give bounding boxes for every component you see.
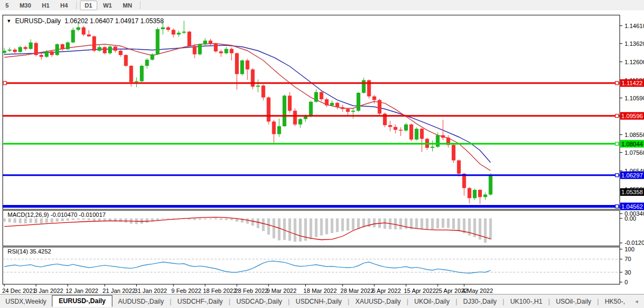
macd-histogram-bar (214, 218, 217, 220)
macd-histogram-bar (415, 218, 418, 229)
svg-text:9 Feb 2022: 9 Feb 2022 (171, 288, 202, 294)
svg-text:1.11422: 1.11422 (622, 80, 643, 86)
chart-window: 1.146101.136201.126001.115801.105901.095… (0, 10, 644, 294)
macd-histogram-bar (251, 218, 254, 226)
svg-text:1.14610: 1.14610 (625, 23, 644, 29)
macd-histogram-bar (193, 218, 196, 220)
tab-xauusd-daily[interactable]: XAUUSD-,Daily (350, 296, 406, 307)
macd-histogram-bar (230, 218, 233, 220)
hline-handle (615, 205, 619, 208)
timeframe-button-m30[interactable]: M30 (15, 1, 36, 10)
tab-ukoil-daily[interactable]: UKOil-,Daily (409, 296, 455, 307)
tab-audusd-daily[interactable]: AUDUSD-,Daily (112, 296, 169, 307)
macd-histogram-bar (289, 218, 291, 241)
timeframe-button-h1[interactable]: H1 (37, 1, 55, 10)
macd-histogram-bar (3, 218, 6, 222)
macd-histogram-bar (88, 218, 90, 220)
macd-histogram-bar (61, 218, 64, 221)
chart-title-symbol: EURUSD-,Daily (15, 17, 61, 25)
tab-usdchf-daily[interactable]: USDCHF-,Daily (172, 296, 228, 307)
macd-histogram-bar (198, 218, 201, 220)
macd-histogram-bar (140, 218, 143, 224)
timeframe-button-d1[interactable]: D1 (80, 1, 97, 10)
symbol-dropdown-icon[interactable]: ▼ (6, 18, 11, 24)
macd-histogram-bar (373, 218, 375, 228)
svg-text:9 Mar 2022: 9 Mar 2022 (266, 288, 297, 294)
timeframe-button-mn[interactable]: MN (118, 1, 137, 10)
macd-histogram-bar (399, 218, 402, 229)
macd-histogram-bar (204, 218, 206, 220)
current-price-label: 1.05358 (620, 188, 644, 196)
timeframe-button-w1[interactable]: W1 (98, 1, 117, 10)
tab-dj30-daily[interactable]: DJ30-,Daily (458, 296, 502, 307)
macd-histogram-bar (357, 218, 360, 229)
date-axis: 24 Dec 20213 Jan 202212 Jan 202221 Jan 2… (2, 284, 493, 294)
chart-title-ohlc: 1.06202 1.06407 1.04917 1.05358 (65, 17, 164, 25)
hline-handle (615, 174, 619, 177)
svg-text:28 Mar 2022: 28 Mar 2022 (340, 288, 374, 294)
svg-text:30: 30 (625, 269, 631, 276)
svg-text:1.12600: 1.12600 (625, 59, 644, 65)
macd-histogram-bar (156, 218, 159, 220)
tab-usdx-weekly[interactable]: USDX,Weekly (0, 296, 52, 307)
svg-text:1.13620: 1.13620 (625, 40, 644, 47)
macd-histogram-bar (437, 218, 439, 229)
macd-histogram-bar (325, 218, 328, 234)
macd-histogram-bar (484, 218, 487, 243)
tab-uk100-h1[interactable]: UK100-,H1 (505, 296, 547, 307)
svg-text:31 Jan 2022: 31 Jan 2022 (135, 288, 167, 294)
tab-hk50[interactable]: HK50-, (599, 296, 630, 307)
macd-histogram-bar (14, 218, 16, 223)
macd-histogram-bar (341, 218, 344, 231)
svg-text:1.08044: 1.08044 (621, 141, 643, 147)
macd-histogram-bar (24, 218, 27, 223)
macd-histogram-bar (479, 218, 481, 239)
macd-histogram-bar (45, 218, 48, 223)
macd-histogram-bar (146, 218, 149, 223)
tab-usdcad-daily[interactable]: USDCAD-,Daily (231, 296, 287, 307)
macd-histogram-bar (40, 218, 43, 223)
timeframe-toolbar: 5M30H1H4D1W1MN (0, 0, 644, 11)
macd-histogram-bar (431, 218, 434, 229)
macd-histogram-bar (225, 218, 227, 220)
svg-text:1.04562: 1.04562 (621, 203, 643, 210)
macd-histogram-bar (346, 218, 349, 231)
macd-histogram-bar (51, 218, 53, 223)
svg-text:18 Feb 2022: 18 Feb 2022 (203, 288, 237, 294)
tab-usdcnh-daily[interactable]: USDCNH-,Daily (290, 296, 347, 307)
macd-histogram-bar (294, 218, 297, 242)
macd-histogram-bar (162, 218, 164, 219)
svg-text:1.06297: 1.06297 (621, 172, 643, 179)
macd-histogram-bar (463, 218, 466, 234)
macd-histogram-bar (283, 218, 286, 240)
macd-histogram-bar (29, 218, 32, 223)
timeframe-button-5[interactable]: 5 (1, 1, 14, 10)
macd-histogram-bar (56, 218, 58, 222)
macd-histogram-bar (125, 218, 128, 223)
macd-histogram-bar (384, 218, 386, 229)
timeframe-button-h4[interactable]: H4 (56, 1, 73, 10)
macd-histogram-bar (447, 218, 450, 228)
tab-scroll-left-icon[interactable]: ◄ (633, 299, 641, 304)
macd-histogram-bar (262, 218, 265, 231)
macd-histogram-bar (93, 218, 96, 221)
svg-text:0: 0 (625, 279, 628, 285)
tab-usoil-daily[interactable]: USOil-,Daily (551, 296, 596, 307)
svg-text:15 Apr 2022: 15 Apr 2022 (404, 288, 435, 294)
macd-histogram-bar (35, 218, 37, 223)
macd-histogram-bar (420, 218, 423, 229)
macd-indicator-label: MACD(12,26,9) -0.010470 -0.010017 (8, 211, 106, 218)
tab-eurusd-daily[interactable]: EURUSD-,Daily (52, 295, 113, 307)
macd-histogram-bar (119, 218, 122, 222)
svg-text:12 Jan 2022: 12 Jan 2022 (65, 288, 98, 294)
svg-text:70: 70 (625, 256, 631, 262)
macd-histogram-bar (209, 218, 212, 220)
macd-histogram-bar (267, 218, 270, 235)
chart-title: ▼EURUSD-,Daily1.06202 1.06407 1.04917 1.… (6, 17, 164, 25)
svg-text:28 Feb 2022: 28 Feb 2022 (234, 288, 268, 294)
hline-handle (615, 142, 619, 146)
macd-histogram-bar (489, 218, 492, 240)
macd-histogram-bar (246, 218, 249, 224)
macd-histogram-bar (394, 218, 397, 229)
svg-text:-0.012058: -0.012058 (625, 239, 644, 246)
